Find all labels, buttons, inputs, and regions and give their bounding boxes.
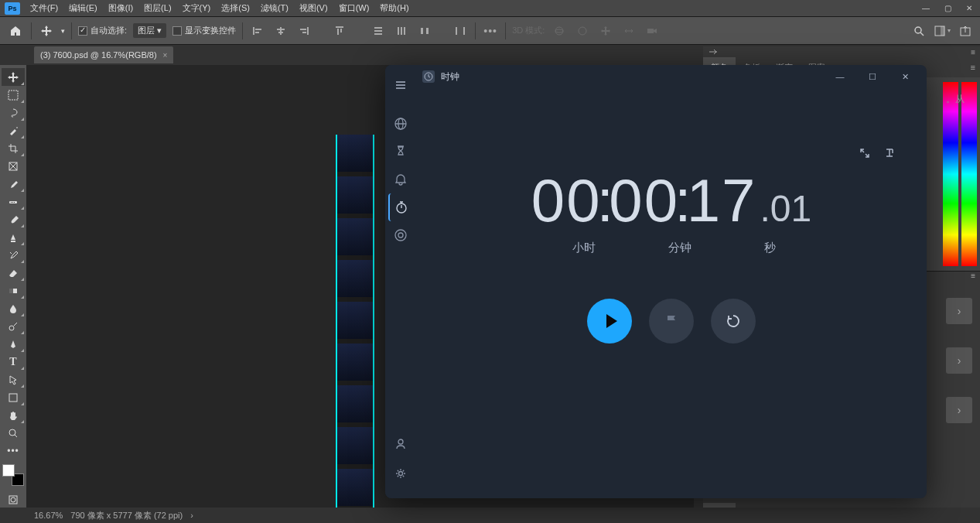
menu-file[interactable]: 文件(F) [25, 0, 63, 16]
gradient-tool[interactable] [2, 282, 25, 299]
svg-point-45 [398, 233, 403, 238]
doc-info[interactable]: 790 像素 x 5777 像素 (72 ppi) [70, 510, 183, 521]
svg-rect-9 [336, 26, 343, 28]
nav-alarm[interactable] [388, 166, 413, 193]
blur-tool[interactable] [2, 299, 25, 317]
foreground-color[interactable] [2, 464, 15, 477]
menu-filter[interactable]: 滤镜(T) [255, 0, 294, 16]
nav-world-clock[interactable] [388, 110, 413, 138]
menu-select[interactable]: 选择(S) [216, 0, 255, 16]
lap-button[interactable] [649, 299, 694, 344]
auto-select-dropdown[interactable]: 图层 ▾ [133, 23, 166, 38]
nav-timer[interactable] [388, 138, 413, 166]
menu-help[interactable]: 帮助(H) [374, 0, 414, 16]
document-tab[interactable]: (3) 7600.psd @ 16.7%(RGB/8) × [34, 46, 173, 63]
dist-spacing-icon[interactable] [452, 22, 469, 39]
history-brush-tool[interactable] [2, 246, 25, 264]
svg-point-22 [555, 27, 563, 35]
statusbar-chevron-icon[interactable]: › [190, 511, 193, 520]
color-swatches[interactable] [2, 464, 24, 486]
brush-tool[interactable] [2, 210, 25, 228]
play-button[interactable] [587, 299, 632, 344]
eraser-tool[interactable] [2, 264, 25, 282]
share-icon[interactable] [957, 22, 974, 39]
ps-maximize-button[interactable]: ▢ [937, 0, 958, 16]
tab-close-button[interactable]: × [163, 51, 168, 60]
edit-toolbar-icon[interactable]: ••• [2, 442, 25, 460]
crop-tool[interactable] [2, 139, 25, 157]
menu-image[interactable]: 图像(I) [103, 0, 138, 16]
menu-edit[interactable]: 编辑(E) [63, 0, 103, 16]
hand-tool[interactable] [2, 406, 25, 424]
search-icon[interactable] [910, 22, 927, 39]
lasso-tool[interactable] [2, 104, 25, 121]
status-bar: 16.67% 790 像素 x 5777 像素 (72 ppi) › [0, 508, 980, 523]
eyedropper-tool[interactable] [2, 175, 25, 193]
ps-minimize-button[interactable]: — [915, 0, 937, 16]
dodge-tool[interactable] [2, 317, 25, 335]
zoom-tool[interactable] [2, 424, 25, 442]
menu-type[interactable]: 文字(Y) [177, 0, 217, 16]
collapse-icon[interactable] [708, 48, 719, 56]
panel-menu-icon[interactable]: ≡ [971, 48, 980, 56]
show-transform-checkbox[interactable]: 显示变换控件 [172, 25, 236, 36]
expand-chevron-3[interactable]: › [946, 397, 972, 423]
expand-icon[interactable] [859, 147, 871, 159]
move-tool[interactable] [2, 68, 25, 86]
type-tool[interactable]: T [2, 353, 25, 371]
path-selection-tool[interactable] [2, 371, 25, 388]
clock-titlebar[interactable]: 时钟 — ☐ ✕ [416, 65, 927, 88]
align-center-h-icon[interactable] [272, 22, 289, 39]
hue-strip-2[interactable] [961, 82, 977, 266]
label-minutes: 分钟 [668, 241, 691, 255]
panel-menu-icon[interactable]: ≡ [966, 63, 980, 72]
quick-mask-icon[interactable] [2, 491, 25, 508]
clone-stamp-tool[interactable] [2, 228, 25, 246]
nav-stopwatch[interactable] [388, 193, 413, 221]
menu-window[interactable]: 窗口(W) [333, 0, 375, 16]
shape-tool[interactable] [2, 388, 25, 406]
svg-rect-12 [374, 27, 382, 29]
nav-account[interactable] [388, 430, 413, 458]
home-button[interactable] [6, 22, 25, 40]
dist-bottom-icon[interactable] [416, 22, 433, 39]
frame-tool[interactable] [2, 157, 25, 175]
expand-chevron-1[interactable]: › [946, 298, 972, 324]
clock-sidebar [385, 65, 416, 498]
dist-center-v-icon[interactable] [393, 22, 410, 39]
pin-icon[interactable] [883, 147, 896, 159]
document-content [336, 135, 374, 508]
ps-close-button[interactable]: ✕ [958, 0, 980, 16]
hue-strip[interactable] [943, 82, 958, 266]
clock-maximize-button[interactable]: ☐ [857, 66, 888, 87]
clock-close-button[interactable]: ✕ [890, 66, 920, 87]
reset-button[interactable] [711, 299, 756, 344]
move-tool-icon[interactable] [38, 22, 55, 39]
zoom-value[interactable]: 16.67% [34, 511, 63, 520]
pen-tool[interactable] [2, 335, 25, 353]
align-right-icon[interactable] [295, 22, 312, 39]
expand-chevron-2[interactable]: › [946, 347, 972, 374]
svg-rect-3 [280, 27, 282, 35]
align-left-icon[interactable] [249, 22, 266, 39]
clock-menu-button[interactable] [388, 71, 413, 99]
nav-focus[interactable] [388, 221, 413, 249]
menu-layer[interactable]: 图层(L) [138, 0, 176, 16]
nav-settings[interactable] [388, 460, 413, 487]
more-options-icon[interactable]: ••• [482, 22, 499, 39]
menu-view[interactable]: 视图(V) [294, 0, 333, 16]
clock-minimize-button[interactable]: — [825, 66, 855, 87]
align-top-icon[interactable] [331, 22, 348, 39]
marquee-tool[interactable] [2, 86, 25, 104]
dist-top-icon[interactable] [370, 22, 387, 39]
ps-menubar: Ps 文件(F) 编辑(E) 图像(I) 图层(L) 文字(Y) 选择(S) 滤… [0, 0, 980, 17]
workspace-icon[interactable]: ▾ [934, 22, 951, 39]
magic-wand-tool[interactable] [2, 121, 25, 139]
auto-select-checkbox[interactable]: ✓ 自动选择: [78, 25, 127, 36]
svg-rect-10 [337, 29, 339, 35]
healing-brush-tool[interactable] [2, 193, 25, 210]
stopwatch-buttons [587, 299, 756, 344]
svg-rect-6 [307, 27, 309, 35]
svg-rect-14 [374, 33, 382, 35]
3d-roll-icon [574, 22, 591, 39]
